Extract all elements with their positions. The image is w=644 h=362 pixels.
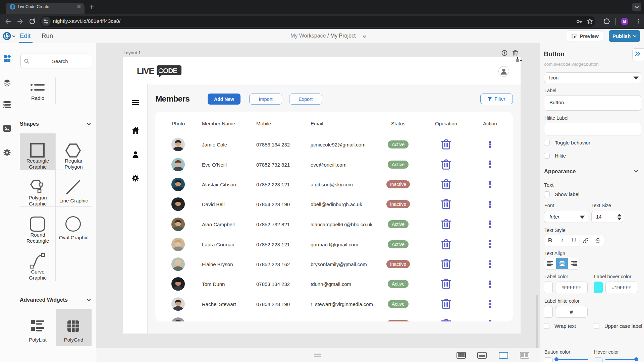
svg-text:LIVE: LIVE (137, 66, 154, 75)
